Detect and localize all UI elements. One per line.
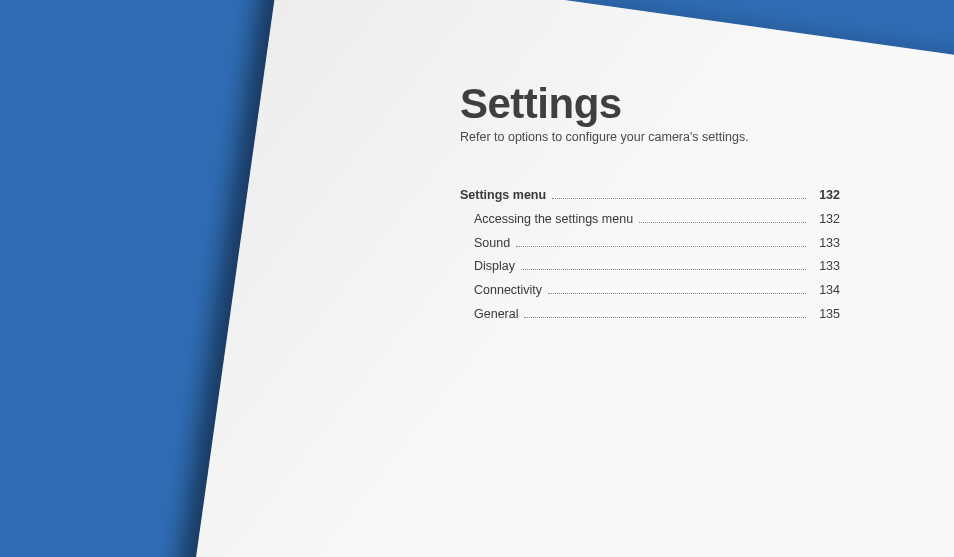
toc-leader-dots: [516, 246, 806, 247]
toc-item-row: General 135: [460, 303, 840, 327]
toc-item-row: Connectivity 134: [460, 279, 840, 303]
toc-section-page: 132: [812, 184, 840, 208]
page-subtitle: Refer to options to configure your camer…: [460, 130, 840, 144]
toc-item-page: 133: [812, 232, 840, 256]
toc-leader-dots: [548, 293, 806, 294]
toc-leader-dots: [524, 317, 806, 318]
toc-item-page: 134: [812, 279, 840, 303]
toc-leader-dots: [639, 222, 806, 223]
page-content: Settings Refer to options to configure y…: [460, 80, 840, 327]
toc-item-page: 133: [812, 255, 840, 279]
toc-item-page: 132: [812, 208, 840, 232]
document-page: Settings Refer to options to configure y…: [171, 0, 954, 557]
toc-item-label: Sound: [460, 232, 510, 256]
toc-leader-dots: [552, 198, 806, 199]
toc-item-row: Display 133: [460, 255, 840, 279]
toc-item-row: Accessing the settings menu 132: [460, 208, 840, 232]
toc-item-label: Connectivity: [460, 279, 542, 303]
toc-item-label: Accessing the settings menu: [460, 208, 633, 232]
toc-item-page: 135: [812, 303, 840, 327]
page-title: Settings: [460, 80, 840, 128]
toc-item-label: Display: [460, 255, 515, 279]
toc-item-label: General: [460, 303, 518, 327]
toc-section-row: Settings menu 132: [460, 184, 840, 208]
page-background: Settings Refer to options to configure y…: [0, 0, 954, 557]
page-inner: Settings Refer to options to configure y…: [280, 0, 954, 557]
toc-item-row: Sound 133: [460, 232, 840, 256]
table-of-contents: Settings menu 132 Accessing the settings…: [460, 184, 840, 327]
toc-leader-dots: [521, 269, 806, 270]
toc-section-label: Settings menu: [460, 184, 546, 208]
